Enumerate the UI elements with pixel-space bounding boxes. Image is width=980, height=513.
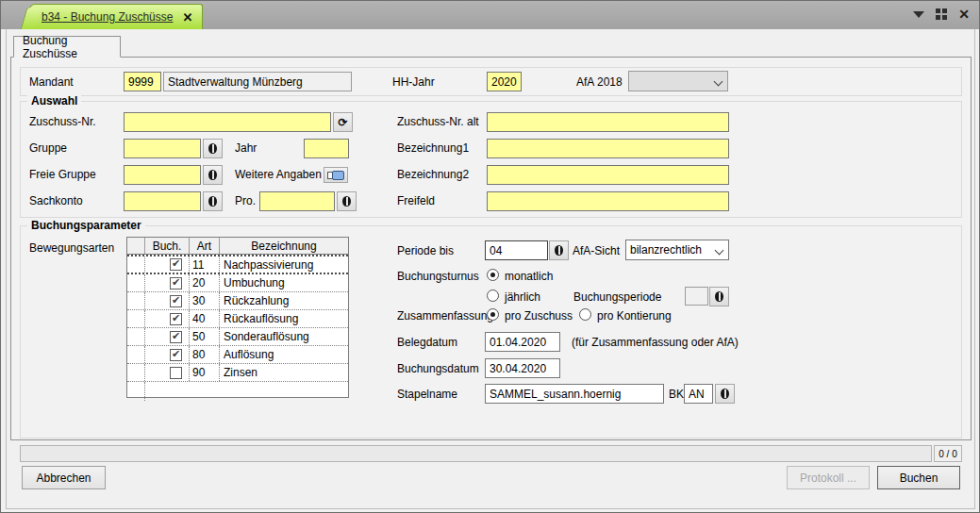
- radio-jaehrlich[interactable]: [487, 290, 499, 302]
- progress-bar: [20, 445, 932, 462]
- buch-cell: [145, 256, 190, 273]
- art-cell: 40: [190, 310, 220, 327]
- gruppe-input[interactable]: [124, 139, 201, 158]
- document-tab[interactable]: b34 - Buchung Zuschüsse ✕: [29, 4, 203, 29]
- bk-lookup-button[interactable]: [715, 384, 735, 404]
- window-layout-icon[interactable]: [936, 8, 947, 20]
- detail-form-icon: [327, 170, 344, 180]
- row-selector[interactable]: [127, 256, 145, 273]
- sachkonto-input[interactable]: [124, 191, 201, 211]
- zuschuss-nr-refresh-button[interactable]: ⟳: [333, 112, 353, 132]
- buch-checkbox[interactable]: [170, 349, 182, 361]
- protokoll-button: Protokoll ...: [787, 466, 870, 489]
- bezeichnung-cell: Auflösung: [220, 346, 348, 363]
- pro-kontierung-label: pro Kontierung: [597, 309, 672, 323]
- jahr-label: Jahr: [235, 141, 257, 155]
- zuschuss-nr-alt-input[interactable]: [487, 112, 729, 132]
- dropdown-chevron-icon: [714, 77, 723, 87]
- belegdatum-input[interactable]: 01.04.2020: [485, 332, 560, 352]
- belegdatum-note: (für Zusammenfassung oder AfA): [572, 336, 739, 349]
- art-cell: 50: [190, 328, 220, 345]
- gruppe-label: Gruppe: [29, 141, 67, 155]
- hhjahr-input[interactable]: 2020: [487, 72, 522, 91]
- tab-close-icon[interactable]: ✕: [182, 10, 192, 25]
- table-empty-row: [127, 382, 348, 401]
- freie-gruppe-label: Freie Gruppe: [29, 168, 96, 181]
- table-row[interactable]: 40Rückauflösung: [127, 310, 348, 328]
- row-selector[interactable]: [127, 346, 145, 363]
- row-selector[interactable]: [127, 328, 145, 345]
- lookup-icon: [208, 143, 217, 154]
- table-row[interactable]: 80Auflösung: [127, 346, 348, 364]
- bezeichnung-cell: Rückauflösung: [220, 310, 348, 327]
- bezeichnung2-input[interactable]: [487, 165, 729, 185]
- buchungsperiode-lookup-button[interactable]: [709, 287, 729, 306]
- abbrechen-button[interactable]: Abbrechen: [22, 466, 106, 489]
- buch-cell: [145, 346, 190, 363]
- close-icon[interactable]: ✕: [958, 8, 970, 20]
- buchungsdatum-input[interactable]: 30.04.2020: [485, 358, 560, 378]
- bezeichnung2-label: Bezeichnung2: [397, 168, 469, 181]
- buch-checkbox[interactable]: [170, 367, 182, 379]
- pro-lookup-button[interactable]: [337, 191, 357, 211]
- table-row[interactable]: 90Zinsen: [127, 364, 348, 382]
- weitere-angaben-button[interactable]: [324, 167, 348, 183]
- row-selector[interactable]: [127, 310, 145, 327]
- jahr-input[interactable]: [304, 139, 349, 158]
- chevron-down-icon[interactable]: [913, 11, 924, 18]
- table-row[interactable]: 20Umbuchung: [127, 274, 348, 292]
- afa-sicht-label: AfA-Sicht: [573, 244, 620, 257]
- refresh-icon: ⟳: [338, 117, 347, 128]
- art-cell: 11: [190, 256, 220, 273]
- row-selector[interactable]: [127, 364, 145, 381]
- row-selector[interactable]: [127, 292, 145, 309]
- lookup-icon: [208, 170, 217, 180]
- buch-cell: [145, 292, 190, 309]
- bezeichnung1-input[interactable]: [487, 139, 729, 158]
- sachkonto-lookup-button[interactable]: [203, 191, 223, 211]
- buch-checkbox[interactable]: [170, 295, 182, 307]
- radio-pro-zuschuss[interactable]: [487, 308, 499, 321]
- periode-bis-input[interactable]: 04: [485, 240, 548, 260]
- buchungsperiode-input[interactable]: [685, 287, 708, 306]
- buch-checkbox[interactable]: [170, 258, 182, 271]
- stapelname-input[interactable]: SAMMEL_susann.hoernig: [485, 384, 664, 404]
- jaehrlich-label: jährlich: [505, 290, 540, 304]
- gruppe-lookup-button[interactable]: [203, 139, 223, 158]
- periode-bis-lookup-button[interactable]: [549, 240, 569, 260]
- buch-checkbox[interactable]: [170, 277, 182, 290]
- afa2018-dropdown[interactable]: [628, 71, 728, 91]
- buch-cell: [145, 328, 190, 345]
- auswahl-title: Auswahl: [27, 94, 81, 108]
- buchen-button[interactable]: Buchen: [877, 466, 960, 489]
- weitere-angaben-label: Weitere Angaben: [235, 168, 322, 181]
- freie-gruppe-lookup-button[interactable]: [203, 165, 223, 185]
- afa-sicht-dropdown[interactable]: bilanzrechtlich: [625, 240, 729, 260]
- table-header: Buch. Art Bezeichnung: [127, 238, 348, 255]
- hhjahr-label: HH-Jahr: [392, 75, 435, 89]
- buch-checkbox[interactable]: [170, 331, 182, 343]
- freifeld-input[interactable]: [487, 191, 729, 211]
- buch-cell: [145, 310, 190, 327]
- freie-gruppe-input[interactable]: [124, 165, 201, 185]
- zuschuss-nr-label: Zuschuss-Nr.: [29, 115, 96, 128]
- periode-bis-label: Periode bis: [397, 244, 454, 257]
- tab-buchung-zuschuesse[interactable]: Buchung Zuschüsse: [13, 36, 121, 58]
- radio-pro-kontierung[interactable]: [579, 308, 591, 321]
- bezeichnung-cell: Nachpassivierung: [220, 256, 348, 273]
- buch-cell: [145, 274, 190, 291]
- pro-input[interactable]: [259, 191, 335, 211]
- table-row[interactable]: 11Nachpassivierung: [127, 255, 348, 274]
- art-cell: 80: [190, 346, 220, 363]
- zuschuss-nr-input[interactable]: [124, 112, 331, 132]
- radio-monatlich[interactable]: [487, 269, 499, 281]
- titlebar: b34 - Buchung Zuschüsse ✕ ✕: [1, 1, 979, 29]
- bk-input[interactable]: AN: [684, 384, 713, 404]
- art-cell: 90: [190, 364, 220, 381]
- mandant-input[interactable]: 9999: [124, 72, 161, 91]
- table-row[interactable]: 30Rückzahlung: [127, 292, 348, 310]
- buch-checkbox[interactable]: [170, 313, 182, 325]
- table-row[interactable]: 50Sonderauflösung: [127, 328, 348, 346]
- row-selector[interactable]: [127, 274, 145, 291]
- document-tab-title: b34 - Buchung Zuschüsse: [42, 10, 173, 24]
